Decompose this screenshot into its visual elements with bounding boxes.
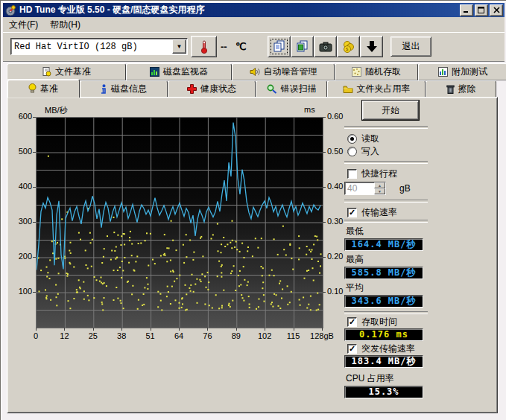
- screenshot-button[interactable]: [314, 36, 337, 57]
- titlebar[interactable]: HD Tune 专业版 5.50 - 硬盘/固态硬盘实用程序: [3, 3, 505, 17]
- drive-select-arrow[interactable]: ▼: [172, 39, 186, 54]
- axis-tick-label: 128gB: [307, 331, 337, 340]
- transfer-rate-label: 传输速率: [361, 206, 397, 219]
- axis-tick-label: 0.30: [327, 217, 352, 226]
- copy-pages-icon: [273, 40, 285, 53]
- maximize-button[interactable]: [475, 4, 488, 16]
- read-radio-row[interactable]: 读取: [347, 133, 428, 144]
- tab-file-benchmark[interactable]: 文件基准: [7, 63, 126, 80]
- tab-extra-tests[interactable]: 附加测试: [418, 63, 506, 80]
- axis-tick-mark: [236, 328, 237, 331]
- axis-tick-label: 0.50: [327, 147, 352, 156]
- tab-label: 附加测试: [452, 66, 487, 78]
- coins-icon: $: [342, 40, 355, 53]
- separator: [344, 161, 428, 164]
- close-button[interactable]: [490, 4, 503, 16]
- axis-tick-label: 100: [9, 287, 32, 296]
- menu-help[interactable]: 帮助(H): [44, 17, 86, 33]
- axis-tick-label: 0.20: [327, 252, 352, 261]
- transfer-rate-row[interactable]: ✓ 传输速率: [347, 207, 428, 217]
- access-time-row[interactable]: ✓ 存取时间: [347, 316, 428, 327]
- tab-disk-monitor[interactable]: 磁盘监视器: [126, 63, 232, 80]
- access-time-checkbox[interactable]: ✓: [347, 317, 357, 327]
- trash-icon: [446, 84, 455, 94]
- spin-down-button[interactable]: ▼: [374, 188, 385, 194]
- avg-speed-display: 343.6 MB/秒: [344, 295, 423, 308]
- axis-tick-label: 38: [107, 331, 136, 340]
- tab-row-1: 文件基准 磁盘监视器 自动噪音管理 随机: [7, 63, 506, 80]
- temperature-button[interactable]: [191, 36, 217, 57]
- save-results-button[interactable]: [360, 36, 383, 57]
- donate-button[interactable]: $: [337, 36, 360, 57]
- short-stroke-label: 快捷行程: [361, 168, 397, 180]
- tab-auto-acoustic[interactable]: 自动噪音管理: [232, 63, 335, 80]
- spin-up-button[interactable]: ▲: [374, 182, 385, 188]
- axis-tick-mark: [33, 257, 36, 258]
- axis-tick-mark: [323, 222, 326, 223]
- write-label: 写入: [361, 145, 379, 158]
- y-left-axis-label: MB/秒: [45, 105, 68, 116]
- axis-tick-mark: [64, 328, 65, 331]
- start-button[interactable]: 开始: [362, 101, 419, 120]
- burst-rate-checkbox[interactable]: ✓: [347, 344, 357, 354]
- benchmark-controls: 开始 读取 写入 快捷行程 40: [344, 98, 428, 400]
- axis-tick-mark: [33, 187, 36, 188]
- axis-tick-mark: [151, 328, 151, 331]
- copy-text-button[interactable]: [268, 36, 291, 57]
- menu-bar: 文件(F) 帮助(H): [3, 17, 505, 32]
- close-icon: [493, 7, 500, 13]
- axis-tick-label: 0.10: [327, 287, 352, 296]
- access-time-display: 0.176 ms: [344, 328, 423, 341]
- axis-tick-mark: [33, 292, 36, 293]
- tab-folder-usage[interactable]: 文件夹占用率: [327, 80, 426, 98]
- start-label: 开始: [382, 104, 399, 117]
- axis-tick-label: 12: [49, 331, 79, 340]
- temperature-unit: ℃: [235, 41, 247, 52]
- axis-tick-mark: [323, 152, 326, 153]
- axis-tick-label: 600: [9, 112, 32, 121]
- tab-disk-info[interactable]: 磁盘信息: [80, 80, 168, 98]
- read-radio[interactable]: [347, 134, 357, 144]
- thermometer-icon: [199, 39, 209, 54]
- axis-tick-label: 0: [21, 331, 51, 340]
- separator: [344, 200, 428, 203]
- axis-tick-mark: [121, 328, 122, 331]
- separator: [344, 311, 428, 314]
- axis-tick-mark: [265, 328, 265, 331]
- axis-tick-label: 25: [78, 331, 108, 340]
- axis-tick-label: 64: [164, 331, 194, 340]
- tab-error-scan[interactable]: 错误扫描: [256, 80, 327, 98]
- short-stroke-row[interactable]: 快捷行程: [347, 168, 428, 179]
- file-benchmark-icon: [42, 67, 51, 77]
- short-stroke-size-row: 40 ▲ ▼ gB: [344, 182, 428, 195]
- cpu-usage-label: CPU 占用率: [346, 372, 428, 385]
- tab-label: 擦除: [458, 83, 476, 95]
- tab-erase[interactable]: 擦除: [426, 80, 496, 98]
- copy-image-button[interactable]: [291, 36, 314, 57]
- burst-rate-row[interactable]: ✓ 突发传输速率: [347, 343, 428, 354]
- axis-tick-mark: [323, 257, 326, 258]
- exit-button[interactable]: 退出: [390, 36, 431, 57]
- write-radio-row[interactable]: 写入: [347, 146, 428, 156]
- menu-file[interactable]: 文件(F): [3, 17, 44, 33]
- transfer-rate-checkbox[interactable]: ✓: [347, 208, 357, 217]
- tab-label: 磁盘监视器: [163, 66, 208, 78]
- y-right-axis-label: ms: [304, 105, 315, 114]
- max-speed-display: 585.8 MB/秒: [344, 267, 423, 279]
- axis-tick-mark: [323, 117, 326, 118]
- benchmark-lamp-icon: [28, 83, 37, 94]
- axis-tick-mark: [323, 292, 326, 293]
- tab-health[interactable]: 健康状态: [168, 80, 256, 98]
- tab-benchmark[interactable]: 基准: [7, 79, 80, 98]
- chart-canvas: [37, 118, 323, 328]
- tab-random-access[interactable]: 随机存取: [335, 63, 418, 80]
- axis-tick-label: 76: [192, 331, 222, 340]
- short-stroke-checkbox[interactable]: [347, 169, 357, 179]
- axis-tick-mark: [93, 328, 94, 331]
- axis-tick-mark: [33, 117, 36, 118]
- minimize-button[interactable]: [460, 4, 473, 16]
- drive-select[interactable]: Red Hat VirtIO (128 gB) ▼: [10, 38, 188, 55]
- exit-label: 退出: [402, 40, 420, 53]
- tab-label: 健康状态: [200, 83, 236, 95]
- axis-tick-label: 300: [9, 217, 32, 226]
